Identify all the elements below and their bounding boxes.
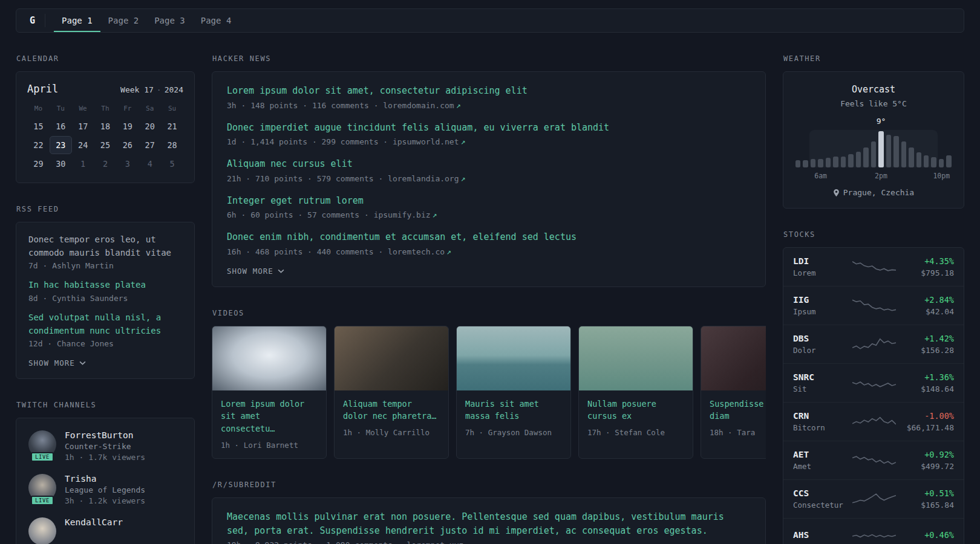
chevron-down-icon [79, 361, 86, 365]
video-body: Suspendisse aliquam diam 18h · Tara [701, 390, 766, 446]
stock-row[interactable]: IIG Ipsum +2.84% $42.04 [783, 286, 964, 325]
feed-meta: 7d · Ashlyn Martin [28, 261, 182, 270]
page-tabs: Page 1 Page 2 Page 3 Page 4 [54, 9, 239, 32]
news-title-link[interactable]: Maecenas mollis pulvinar erat non posuer… [227, 510, 751, 537]
feed-title-link[interactable]: In hac habitasse platea [28, 279, 182, 292]
page-tab[interactable]: Page 3 [146, 9, 193, 32]
stock-name: Dolor [793, 346, 849, 355]
stock-name: Lorem [793, 268, 849, 277]
stock-row[interactable]: LDI Lorem +4.35% $795.18 [783, 248, 964, 286]
video-meta: 7h · Grayson Dawson [465, 428, 562, 437]
news-meta-text: 1d · 1,414 points · 299 comments · [227, 137, 388, 146]
news-domain-link[interactable]: loremdomain.com↗ [383, 101, 460, 110]
calendar-day: 23 [50, 136, 72, 154]
weather-widget: WEATHER Overcast Feels like 5°C 9° 6am2p… [783, 54, 964, 209]
page-tab[interactable]: Page 2 [100, 9, 147, 32]
stock-row[interactable]: AHS +0.46% [783, 518, 964, 544]
hackernews-card: Lorem ipsum dolor sit amet, consectetur … [212, 71, 766, 287]
weather-bar [803, 160, 808, 167]
video-card[interactable]: Mauris sit amet massa felis 7h · Grayson… [456, 326, 571, 459]
calendar-day: 21 [161, 117, 183, 135]
stock-change: +1.42% [900, 334, 954, 343]
app-logo[interactable]: G [26, 9, 45, 32]
stock-price: $499.72 [900, 462, 954, 471]
video-body: Nullam posuere cursus ex 17h · Stefan Co… [579, 390, 693, 446]
separator-dot: · [157, 85, 162, 94]
calendar-day: 26 [116, 136, 139, 154]
live-badge: LIVE [31, 452, 54, 462]
show-more-label: SHOW MORE [227, 267, 273, 276]
stock-row[interactable]: AET Amet +0.92% $499.72 [783, 441, 964, 479]
day-of-week-label: Mo [27, 105, 50, 112]
video-card[interactable]: Aliquam tempor dolor nec pharetra… 1h · … [334, 326, 449, 459]
stock-sparkline [852, 297, 896, 315]
hackernews-show-more-button[interactable]: SHOW MORE [227, 267, 284, 276]
stocks-card: LDI Lorem +4.35% $795.18 IIG Ipsum +2.84… [783, 247, 964, 544]
stock-change: +4.35% [900, 256, 954, 266]
video-meta: 18h · Tara [710, 428, 766, 437]
news-title-link[interactable]: Donec enim nibh, condimentum et accumsan… [227, 230, 751, 244]
news-item: Lorem ipsum dolor sit amet, consectetur … [227, 84, 751, 110]
section-title-subreddit: /R/SUBREDDIT [212, 481, 766, 489]
stock-row[interactable]: CCS Consectetur +0.51% $165.84 [783, 479, 964, 518]
stock-row[interactable]: DBS Dolor +1.42% $156.28 [783, 325, 964, 363]
stock-price: $42.04 [900, 307, 954, 316]
rss-show-more-button[interactable]: SHOW MORE [28, 358, 86, 368]
video-card[interactable]: Nullam posuere cursus ex 17h · Stefan Co… [578, 326, 693, 459]
weather-bar [863, 147, 868, 167]
hackernews-widget: HACKER NEWS Lorem ipsum dolor sit amet, … [212, 54, 766, 287]
stock-row[interactable]: CRN Bitcorn -1.00% $66,171.48 [783, 402, 964, 441]
day-of-week-label: Su [161, 105, 183, 112]
page-tab[interactable]: Page 4 [193, 9, 240, 32]
news-domain-link[interactable]: loremtech.co↗ [388, 247, 451, 256]
news-domain-link[interactable]: ipsumify.biz↗ [374, 210, 437, 219]
twitch-channel-row[interactable]: LIVE Trisha League of Legends 3h · 1.2k … [28, 474, 182, 505]
news-title-link[interactable]: Aliquam nec cursus elit [227, 157, 751, 171]
weather-time-labels: 6am2pm10pm [794, 172, 953, 181]
feed-title-link[interactable]: Sed volutpat nulla nisl, a condimentum n… [28, 311, 182, 337]
twitch-channel-row[interactable]: LIVE ForrestBurton Counter-Strike 1h · 1… [28, 430, 182, 462]
news-domain-link[interactable]: ipsumworld.net↗ [393, 137, 465, 146]
day-of-week-label: Th [94, 105, 117, 112]
feed-title-link[interactable]: Donec tempor eros leo, ut commodo mauris… [28, 233, 182, 259]
video-card[interactable]: Lorem ipsum dolor sit amet consectetu… 1… [212, 326, 327, 459]
news-domain-link[interactable]: loremlandia.org↗ [388, 174, 465, 183]
subreddit-list: Maecenas mollis pulvinar erat non posuer… [227, 510, 751, 544]
dashboard-columns: CALENDAR April Week 17·2024 Mo Tu We Th … [16, 54, 964, 544]
calendar-day: 18 [94, 117, 117, 135]
hackernews-list: Lorem ipsum dolor sit amet, consectetur … [227, 84, 751, 256]
stock-name: Consectetur [793, 500, 849, 510]
middle-column: HACKER NEWS Lorem ipsum dolor sit amet, … [212, 54, 766, 544]
feed-meta: 12d · Chance Jones [28, 339, 182, 348]
video-meta: 1h · Molly Carrillo [343, 428, 440, 437]
stock-values: +0.51% $165.84 [900, 488, 954, 510]
video-meta: 17h · Stefan Cole [587, 428, 684, 437]
news-title-link[interactable]: Integer eget rutrum lorem [227, 194, 751, 208]
channel-name: ForrestBurton [65, 430, 145, 440]
news-title-link[interactable]: Donec imperdiet augue tincidunt felis al… [227, 121, 751, 135]
news-title-link[interactable]: Lorem ipsum dolor sit amet, consectetur … [227, 84, 751, 98]
weather-bar [924, 155, 929, 167]
twitch-channel-list: LIVE ForrestBurton Counter-Strike 1h · 1… [28, 430, 182, 544]
video-title: Lorem ipsum dolor sit amet consectetu… [221, 398, 318, 436]
stock-price: $156.28 [900, 346, 954, 355]
video-card[interactable]: Suspendisse aliquam diam 18h · Tara [701, 326, 766, 459]
stock-change: -1.00% [900, 411, 954, 421]
video-body: Lorem ipsum dolor sit amet consectetu… 1… [212, 390, 326, 459]
stock-change: +2.84% [900, 295, 954, 305]
stock-id: AHS [793, 530, 849, 542]
stock-row[interactable]: SNRC Sit +1.36% $148.64 [783, 363, 964, 402]
news-item: Donec enim nibh, condimentum et accumsan… [227, 230, 751, 256]
channel-name: KendallCarr [65, 517, 123, 527]
stock-id: SNRC Sit [793, 372, 849, 393]
twitch-channel-row[interactable]: KendallCarr [28, 517, 182, 544]
news-meta: 21h · 710 points · 579 comments · loreml… [227, 174, 751, 183]
news-domain-link[interactable]: loremnet.xyz↗ [407, 540, 470, 544]
calendar-day: 16 [50, 117, 72, 135]
stock-id: IIG Ipsum [793, 295, 849, 316]
weather-bar [878, 131, 883, 167]
stock-price: $148.64 [900, 384, 954, 393]
calendar-day: 28 [161, 136, 183, 154]
page-tab[interactable]: Page 1 [54, 9, 100, 32]
day-of-week-label: Sa [139, 105, 161, 112]
